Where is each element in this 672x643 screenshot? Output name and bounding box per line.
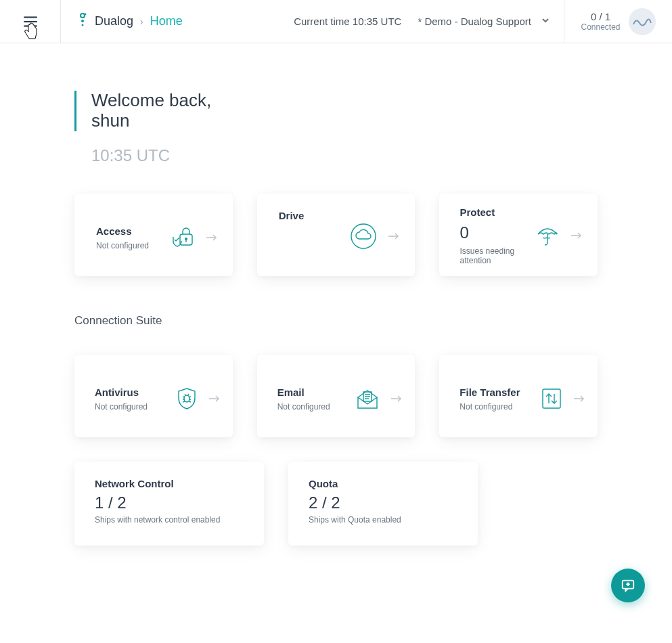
svg-point-4 (85, 14, 87, 16)
svg-line-24 (188, 394, 189, 395)
svg-point-11 (351, 224, 376, 248)
card-drive[interactable]: Drive (257, 194, 416, 276)
card-access-title: Access (96, 225, 149, 237)
svg-line-20 (189, 397, 191, 397)
svg-point-16 (184, 395, 189, 402)
arrow-right-icon (208, 395, 221, 403)
card-file-transfer-title: File Transfer (460, 386, 520, 398)
arrow-right-icon (573, 395, 585, 403)
card-email-title: Email (277, 386, 330, 398)
card-file-transfer-sub: Not configured (460, 402, 520, 412)
svg-line-17 (183, 397, 185, 397)
svg-line-23 (185, 394, 185, 395)
svg-point-8 (185, 238, 187, 240)
card-protect-title: Protect (460, 206, 535, 218)
svg-rect-31 (543, 389, 560, 408)
card-email[interactable]: Email Not configured (257, 355, 416, 437)
app-header: Dualog › Home Current time 10:35 UTC * D… (0, 0, 672, 43)
cloud-circle-icon (350, 223, 377, 250)
svg-text:www: www (543, 236, 550, 240)
up-down-transfer-icon (541, 387, 562, 410)
card-antivirus[interactable]: Antivirus Not configured (74, 355, 233, 437)
shield-bug-icon (176, 387, 198, 410)
avatar[interactable] (629, 8, 656, 35)
card-email-sub: Not configured (277, 402, 330, 412)
context-picker[interactable]: * Demo - Dualog Support (418, 16, 550, 27)
card-quota-value: 2 / 2 (309, 493, 464, 512)
stats-cards-row: Network Control 1 / 2 Ships with network… (74, 462, 598, 546)
help-chat-fab[interactable] (611, 569, 645, 602)
card-protect-value: 0 (460, 223, 535, 242)
card-network-control[interactable]: Network Control 1 / 2 Ships with network… (74, 462, 264, 546)
welcome-line2: shun (91, 111, 211, 131)
section-title-connection-suite: Connection Suite (74, 314, 598, 328)
welcome-line1: Welcome back, (91, 91, 211, 111)
svg-point-3 (81, 14, 85, 18)
welcome-text: Welcome back, shun (91, 91, 211, 131)
current-time-label: Current time 10:35 UTC (294, 16, 401, 27)
card-network-control-title: Network Control (95, 478, 250, 489)
brand-name[interactable]: Dualog (95, 14, 133, 28)
arrow-right-icon (570, 231, 583, 240)
umbrella-icon: www (535, 225, 560, 246)
lock-shield-icon (171, 226, 195, 249)
top-cards-row: Access Not configured (74, 194, 598, 276)
card-quota-sub: Ships with Quota enabled (309, 515, 464, 525)
svg-line-19 (183, 401, 185, 402)
arrow-right-icon (390, 395, 403, 403)
card-protect-sub: Issues needing attention (460, 246, 535, 265)
svg-line-22 (189, 401, 191, 402)
welcome-block: Welcome back, shun (74, 91, 598, 131)
card-antivirus-sub: Not configured (95, 402, 148, 412)
breadcrumb: Dualog › Home (61, 13, 183, 30)
chevron-down-icon (541, 16, 550, 27)
arrow-right-icon (388, 232, 400, 240)
main-content: Welcome back, shun 10:35 UTC Access Not … (0, 43, 672, 546)
breadcrumb-separator-icon: › (140, 16, 143, 27)
card-protect[interactable]: Protect 0 Issues needing attention www (439, 194, 598, 276)
card-network-control-sub: Ships with network control enabled (95, 515, 250, 525)
card-access[interactable]: Access Not configured (74, 194, 233, 276)
brand-logo-icon (77, 13, 88, 30)
card-quota[interactable]: Quota 2 / 2 Ships with Quota enabled (288, 462, 478, 546)
arrow-right-icon (206, 234, 218, 242)
welcome-accent-bar (74, 91, 76, 131)
svg-point-5 (81, 20, 84, 22)
connection-status[interactable]: 0 / 1 Connected (581, 11, 620, 32)
header-right: 0 / 1 Connected (564, 0, 672, 43)
breadcrumb-home[interactable]: Home (150, 14, 183, 28)
card-network-control-value: 1 / 2 (95, 493, 250, 512)
card-quota-title: Quota (309, 478, 464, 489)
context-label: * Demo - Dualog Support (418, 16, 531, 27)
utc-time: 10:35 UTC (91, 146, 598, 165)
card-drive-title: Drive (279, 210, 305, 221)
header-center: Current time 10:35 UTC * Demo - Dualog S… (183, 16, 564, 27)
suite-cards-row: Antivirus Not configured (74, 355, 598, 437)
connection-label: Connected (581, 22, 620, 32)
envelope-letter-icon (355, 388, 380, 409)
svg-point-6 (82, 24, 84, 26)
card-antivirus-title: Antivirus (95, 386, 148, 398)
menu-button[interactable] (0, 0, 61, 43)
connection-count: 0 / 1 (581, 11, 620, 22)
card-access-sub: Not configured (96, 241, 149, 250)
card-file-transfer[interactable]: File Transfer Not configured (439, 355, 598, 437)
